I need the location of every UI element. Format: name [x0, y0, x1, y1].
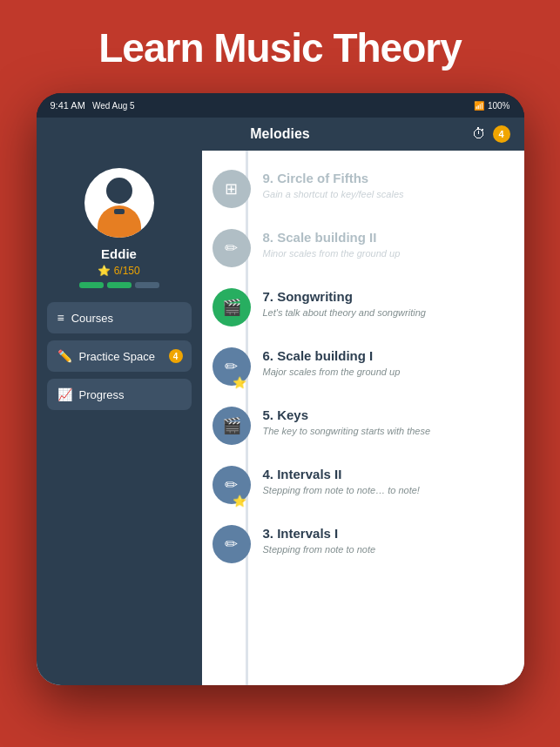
course-subtitle-8: Minor scales from the ground up — [263, 248, 510, 259]
practice-badge: 4 — [169, 349, 183, 363]
course-icon-3: ✏ — [213, 525, 251, 563]
progress-icon: 📈 — [57, 387, 72, 401]
course-title-5: 5. Keys — [263, 407, 510, 424]
avatar-bowtie — [114, 209, 125, 214]
course-title-6: 6. Scale building I — [263, 347, 510, 365]
progress-button[interactable]: 📈 Progress — [47, 379, 192, 410]
main-content: Eddie ⭐ 6/150 ≡ Courses ✏️ Practice Spac… — [37, 151, 524, 685]
course-title-7: 7. Songwriting — [263, 288, 510, 306]
status-time: 9:41 AM Wed Aug 5 — [51, 100, 135, 111]
course-text-5: 5. Keys The key to songwriting starts wi… — [263, 407, 510, 436]
avatar-figure — [89, 172, 150, 233]
course-icon-9: ⊞ — [213, 170, 251, 208]
list-item[interactable]: 🎬 5. Keys The key to songwriting starts … — [202, 396, 524, 455]
user-name: Eddie — [101, 246, 137, 261]
nav-title: Melodies — [250, 126, 309, 142]
nav-bar: Melodies ⏱ 4 — [37, 118, 524, 151]
courses-icon: ≡ — [57, 311, 64, 325]
course-text-8: 8. Scale building II Minor scales from t… — [263, 229, 510, 259]
course-icon-8: ✏ — [213, 229, 251, 267]
avatar — [84, 168, 154, 238]
list-item[interactable]: ✏ 8. Scale building II Minor scales from… — [202, 219, 524, 278]
list-item[interactable]: ⊞ 9. Circle of Fifths Gain a shortcut to… — [202, 159, 524, 219]
course-text-4: 4. Intervals II Stepping from note to no… — [263, 466, 510, 495]
progress-seg-1 — [79, 282, 104, 288]
top-banner: Learn Music Theory — [0, 0, 560, 89]
nav-bar-right: ⏱ 4 — [472, 125, 510, 143]
course-icon-7: 🎬 — [213, 288, 251, 326]
course-title-9: 9. Circle of Fifths — [263, 170, 510, 187]
banner-title: Learn Music Theory — [26, 24, 534, 71]
course-text-3: 3. Intervals I Stepping from note to not… — [263, 525, 510, 555]
device-wrapper: 9:41 AM Wed Aug 5 📶 100% Melodies ⏱ 4 — [0, 93, 560, 685]
course-text-6: 6. Scale building I Major scales from th… — [263, 347, 510, 377]
list-item[interactable]: 🎬 7. Songwriting Let's talk about theory… — [202, 278, 524, 337]
course-title-3: 3. Intervals I — [263, 525, 510, 542]
device: 9:41 AM Wed Aug 5 📶 100% Melodies ⏱ 4 — [37, 93, 524, 685]
practice-button[interactable]: ✏️ Practice Space 4 — [47, 340, 192, 372]
courses-button[interactable]: ≡ Courses — [47, 302, 192, 333]
course-title-4: 4. Intervals II — [263, 466, 510, 483]
list-item[interactable]: ✏ 6. Scale building I Major scales from … — [202, 337, 524, 396]
status-bar: 9:41 AM Wed Aug 5 📶 100% — [37, 93, 524, 118]
course-subtitle-3: Stepping from note to note — [263, 544, 510, 555]
course-icon-5: 🎬 — [213, 407, 251, 445]
course-title-8: 8. Scale building II — [263, 229, 510, 246]
progress-seg-3 — [135, 282, 159, 288]
list-item[interactable]: ✏ 3. Intervals I Stepping from note to n… — [202, 515, 524, 574]
avatar-head — [106, 178, 132, 204]
progress-bars — [79, 282, 159, 288]
course-subtitle-5: The key to songwriting starts with these — [263, 426, 510, 436]
avatar-body — [98, 205, 141, 238]
progress-seg-2 — [107, 282, 132, 288]
list-item[interactable]: ✏ 4. Intervals II Stepping from note to … — [202, 455, 524, 515]
course-text-9: 9. Circle of Fifths Gain a shortcut to k… — [263, 170, 510, 199]
course-list[interactable]: ⊞ 9. Circle of Fifths Gain a shortcut to… — [202, 151, 524, 685]
nav-badge: 4 — [493, 125, 510, 143]
star-marker-6: ⭐ — [233, 376, 246, 389]
battery-icon: 100% — [488, 101, 510, 111]
course-subtitle-6: Major scales from the ground up — [263, 367, 510, 377]
courses-label: Courses — [71, 312, 113, 325]
course-subtitle-9: Gain a shortcut to key/feel scales — [263, 189, 510, 199]
wifi-icon: 📶 — [474, 101, 484, 111]
timer-icon[interactable]: ⏱ — [472, 126, 486, 142]
course-text-7: 7. Songwriting Let's talk about theory a… — [263, 288, 510, 318]
practice-label: Practice Space — [79, 350, 155, 363]
practice-icon: ✏️ — [57, 349, 72, 363]
progress-label: Progress — [79, 388, 125, 401]
course-subtitle-7: Let's talk about theory and songwriting — [263, 307, 510, 318]
status-icons: 📶 100% — [474, 101, 510, 111]
star-marker-4: ⭐ — [233, 495, 246, 508]
sidebar: Eddie ⭐ 6/150 ≡ Courses ✏️ Practice Spac… — [37, 151, 202, 685]
course-subtitle-4: Stepping from note to note… to note! — [263, 485, 510, 495]
user-stars: ⭐ 6/150 — [98, 265, 139, 277]
